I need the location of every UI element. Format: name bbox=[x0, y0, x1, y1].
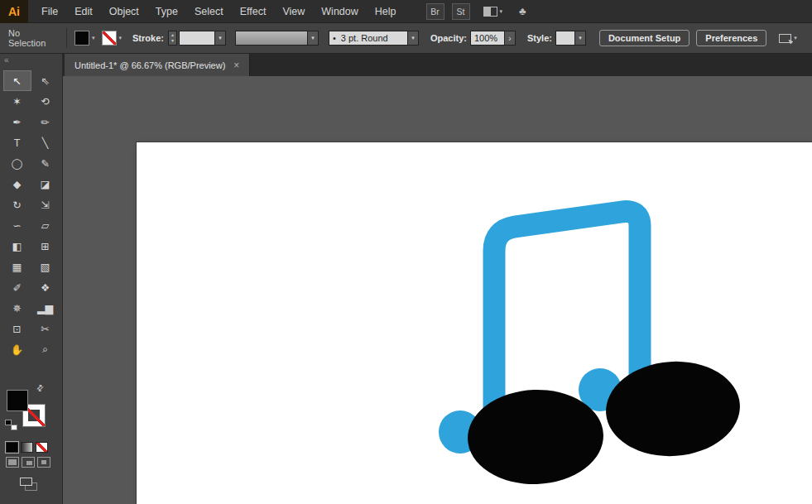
tool-symbol-sprayer-icon[interactable]: ✵ bbox=[3, 298, 31, 319]
style-label: Style: bbox=[527, 33, 552, 43]
width-profile-preview[interactable] bbox=[235, 31, 308, 46]
menu-item-file[interactable]: File bbox=[33, 0, 66, 22]
align-options-button[interactable]: ▾ bbox=[779, 34, 797, 43]
chevron-down-icon[interactable]: ▾ bbox=[308, 31, 319, 46]
stock-button[interactable]: St bbox=[452, 3, 470, 20]
document-setup-button[interactable]: Document Setup bbox=[599, 30, 689, 46]
arrow-right-icon[interactable]: › bbox=[505, 31, 516, 46]
tool-column-graph-icon[interactable]: ▂▆ bbox=[31, 298, 60, 319]
tool-hand-icon[interactable]: ✋ bbox=[3, 339, 31, 360]
menu-item-object[interactable]: Object bbox=[101, 0, 147, 22]
bridge-button[interactable]: Br bbox=[426, 3, 444, 20]
menu-item-window[interactable]: Window bbox=[313, 0, 366, 22]
tool-line-segment-icon[interactable]: ╲ bbox=[31, 132, 60, 153]
tool-shape-builder-icon[interactable]: ◧ bbox=[3, 236, 31, 257]
tool-blend-icon[interactable]: ❖ bbox=[31, 277, 60, 298]
tool-scale-icon[interactable]: ⇲ bbox=[31, 194, 60, 215]
menu-item-help[interactable]: Help bbox=[367, 0, 405, 22]
tool-ellipse-icon[interactable]: ◯ bbox=[3, 153, 31, 174]
draw-behind-icon[interactable] bbox=[22, 457, 35, 468]
tool-paintbrush-icon[interactable]: ✏ bbox=[31, 112, 60, 132]
tool-zoom-icon[interactable]: ⌕ bbox=[31, 339, 60, 360]
brush-definition-value[interactable]: • 3 pt. Round bbox=[329, 31, 408, 46]
tool-grid: ↖⇖✶⟲✒✏T╲◯✎◆◪↻⇲∽▱◧⊞▦▧✐❖✵▂▆⊡✂✋⌕ bbox=[0, 70, 62, 360]
tool-lasso-icon[interactable]: ⟲ bbox=[31, 91, 60, 112]
color-mode-row bbox=[0, 438, 62, 453]
spinner-down-icon[interactable]: ▾ bbox=[171, 38, 174, 44]
gradient-button[interactable] bbox=[21, 442, 33, 453]
menu-item-select[interactable]: Select bbox=[186, 0, 232, 22]
artboard[interactable] bbox=[137, 142, 812, 504]
tools-panel: « ↖⇖✶⟲✒✏T╲◯✎◆◪↻⇲∽▱◧⊞▦▧✐❖✵▂▆⊡✂✋⌕ ⇄ bbox=[0, 54, 63, 504]
menu-items: FileEditObjectTypeSelectEffectViewWindow… bbox=[33, 0, 405, 22]
stroke-weight-dropdown[interactable]: ▾ bbox=[179, 31, 226, 46]
note-head-ellipse-right[interactable] bbox=[603, 357, 743, 460]
color-button[interactable] bbox=[6, 442, 18, 453]
chevron-down-icon[interactable]: ▾ bbox=[215, 31, 226, 46]
chevron-down-icon[interactable]: ▾ bbox=[92, 35, 95, 41]
tab-close-icon[interactable]: × bbox=[233, 60, 239, 71]
draw-normal-icon[interactable] bbox=[6, 457, 19, 468]
style-value[interactable] bbox=[555, 31, 575, 46]
screen-mode-button[interactable] bbox=[20, 478, 36, 491]
opacity-value[interactable]: 100% bbox=[470, 31, 505, 46]
fill-color-swatch[interactable] bbox=[74, 31, 89, 46]
menu-bar: Ai FileEditObjectTypeSelectEffectViewWin… bbox=[0, 0, 812, 23]
document-tab-bar: Untitled-1* @ 66.67% (RGB/Preview) × bbox=[63, 54, 812, 76]
stroke-weight-value[interactable] bbox=[179, 31, 215, 46]
variable-width-profile-dropdown[interactable]: ▾ bbox=[235, 31, 319, 46]
tool-mesh-icon[interactable]: ▦ bbox=[3, 257, 31, 277]
none-button[interactable] bbox=[36, 442, 48, 453]
selection-status: No Selection bbox=[8, 28, 60, 48]
spinner-up-icon[interactable]: ▴ bbox=[171, 32, 174, 38]
tool-rotate-icon[interactable]: ↻ bbox=[3, 194, 31, 215]
tool-blob-brush-icon[interactable]: ◆ bbox=[3, 174, 31, 194]
chevron-down-icon: ▾ bbox=[500, 8, 503, 15]
control-bar: No Selection ▾ ▾ Stroke: ▴ ▾ ▾ ▾ • 3 pt.… bbox=[0, 23, 812, 54]
tool-magic-wand-icon[interactable]: ✶ bbox=[3, 91, 31, 112]
tool-pencil-icon[interactable]: ✎ bbox=[31, 153, 60, 174]
swap-fill-stroke-icon[interactable]: ⇄ bbox=[34, 382, 46, 394]
tool-artboard-icon[interactable]: ⊡ bbox=[3, 319, 31, 339]
brush-name: 3 pt. Round bbox=[341, 33, 388, 43]
fill-indicator[interactable] bbox=[7, 390, 28, 411]
document-tab-title: Untitled-1* @ 66.67% (RGB/Preview) bbox=[74, 60, 225, 70]
stroke-weight-stepper[interactable]: ▴ ▾ bbox=[168, 31, 177, 46]
style-dropdown[interactable]: ▾ bbox=[555, 31, 586, 46]
chevron-down-icon[interactable]: ▾ bbox=[119, 35, 123, 41]
drawing-modes-row bbox=[0, 453, 62, 468]
tool-perspective-grid-icon[interactable]: ⊞ bbox=[31, 236, 60, 257]
document-tab[interactable]: Untitled-1* @ 66.67% (RGB/Preview) × bbox=[65, 54, 250, 76]
tool-width-icon[interactable]: ∽ bbox=[3, 215, 31, 236]
chevron-down-icon[interactable]: ▾ bbox=[408, 31, 419, 46]
menu-item-type[interactable]: Type bbox=[147, 0, 186, 22]
tool-type-icon[interactable]: T bbox=[3, 132, 31, 153]
default-fill-stroke-icon[interactable] bbox=[5, 420, 17, 430]
brush-definition-dropdown[interactable]: • 3 pt. Round ▾ bbox=[329, 31, 419, 46]
fill-stroke-indicator: ⇄ bbox=[0, 383, 62, 438]
stroke-color-swatch[interactable] bbox=[102, 31, 117, 46]
collapse-panel-icon[interactable]: « bbox=[0, 54, 62, 70]
menu-item-effect[interactable]: Effect bbox=[232, 0, 275, 22]
opacity-dropdown[interactable]: 100% › bbox=[470, 31, 516, 46]
tool-eyedropper-icon[interactable]: ✐ bbox=[3, 277, 31, 298]
screen-mode-front-icon bbox=[20, 478, 32, 486]
tool-pen-icon[interactable]: ✒ bbox=[3, 112, 31, 132]
artboard-pointer-icon bbox=[779, 34, 791, 43]
tool-eraser-icon[interactable]: ◪ bbox=[31, 174, 60, 194]
draw-inside-icon[interactable] bbox=[37, 457, 50, 468]
menu-item-view[interactable]: View bbox=[274, 0, 313, 22]
illustrator-logo: Ai bbox=[0, 0, 28, 23]
tool-slice-icon[interactable]: ✂ bbox=[31, 319, 60, 339]
workspace-plant-icon[interactable]: ♣ bbox=[519, 5, 526, 17]
preferences-button[interactable]: Preferences bbox=[696, 30, 766, 46]
tool-free-transform-icon[interactable]: ▱ bbox=[31, 215, 60, 236]
arrange-documents-button[interactable]: ▾ bbox=[483, 7, 503, 17]
tool-selection-icon[interactable]: ↖ bbox=[3, 70, 31, 91]
tool-gradient-icon[interactable]: ▧ bbox=[31, 257, 60, 277]
canvas-area[interactable] bbox=[63, 76, 812, 504]
chevron-down-icon[interactable]: ▾ bbox=[575, 31, 586, 46]
menu-item-edit[interactable]: Edit bbox=[66, 0, 101, 22]
tool-direct-selection-icon[interactable]: ⇖ bbox=[31, 70, 60, 91]
divider bbox=[66, 28, 67, 48]
